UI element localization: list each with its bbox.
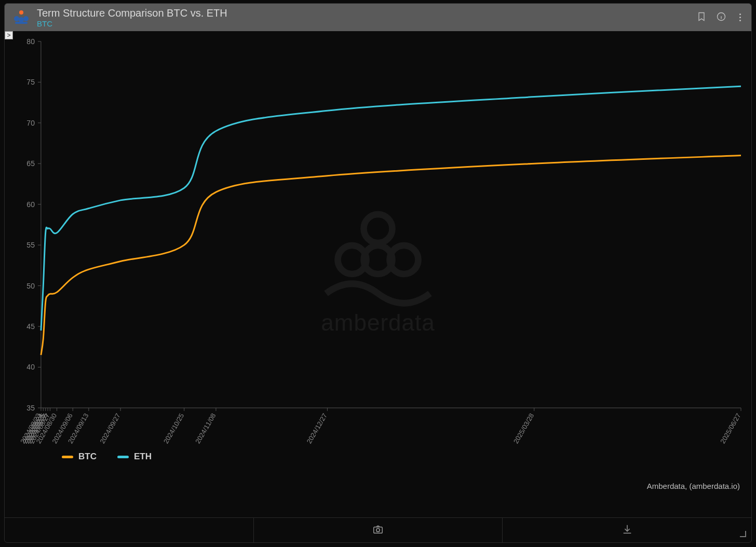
svg-text:40: 40: [26, 363, 35, 371]
download-button[interactable]: [503, 518, 751, 542]
svg-text:2024/10/25: 2024/10/25: [162, 412, 185, 445]
camera-icon: [372, 524, 384, 537]
chart-panel: Term Structure Comparison BTC vs. ETH BT…: [4, 3, 752, 543]
attribution: Amberdata, (amberdata.io): [647, 482, 740, 490]
svg-text:70: 70: [26, 119, 35, 127]
svg-point-0: [19, 10, 23, 15]
line-chart: 35404550556065707580 2024/08/232024/08/2…: [5, 31, 751, 496]
svg-text:60: 60: [26, 200, 35, 209]
panel-title: Term Structure Comparison BTC vs. ETH: [37, 7, 690, 19]
svg-point-63: [376, 528, 380, 531]
svg-text:2025/06/27: 2025/06/27: [719, 412, 742, 445]
legend-item-eth[interactable]: ETH: [117, 452, 152, 462]
svg-rect-62: [374, 527, 383, 533]
svg-text:75: 75: [26, 78, 35, 86]
title-block: Term Structure Comparison BTC vs. ETH BT…: [37, 7, 690, 29]
legend: BTC ETH: [62, 452, 152, 462]
footer-cell-empty: [5, 518, 254, 542]
svg-text:2025/03/28: 2025/03/28: [512, 412, 535, 445]
more-menu-icon[interactable]: [736, 13, 744, 21]
download-icon: [622, 524, 633, 537]
snapshot-button[interactable]: [254, 518, 503, 542]
bookmark-icon[interactable]: [696, 11, 707, 24]
resize-handle-icon[interactable]: [740, 531, 746, 537]
svg-text:65: 65: [26, 159, 35, 168]
svg-rect-4: [15, 22, 28, 24]
series-btc: [41, 156, 741, 355]
panel-subtitle: BTC: [37, 19, 690, 29]
svg-text:45: 45: [26, 322, 35, 331]
panel-header: Term Structure Comparison BTC vs. ETH BT…: [5, 4, 751, 31]
svg-point-2: [19, 17, 24, 22]
header-actions: [696, 11, 744, 24]
plot-area[interactable]: amberdata 35404550556065707580 2024/08/2…: [5, 31, 751, 496]
legend-label-btc: BTC: [78, 452, 97, 462]
legend-label-eth: ETH: [134, 452, 152, 462]
svg-text:2024/09/27: 2024/09/27: [98, 412, 122, 445]
svg-text:2024/12/27: 2024/12/27: [305, 412, 329, 445]
svg-text:80: 80: [26, 37, 35, 46]
svg-text:50: 50: [26, 282, 35, 290]
expand-sidebar-icon[interactable]: >: [5, 31, 13, 39]
svg-text:2024/11/08: 2024/11/08: [194, 412, 217, 445]
panel-footer: [5, 517, 751, 542]
legend-item-btc[interactable]: BTC: [62, 452, 97, 462]
legend-swatch-btc: [62, 456, 73, 458]
svg-text:55: 55: [26, 241, 35, 249]
series-eth: [41, 86, 741, 331]
svg-point-3: [23, 16, 29, 21]
svg-text:35: 35: [26, 404, 35, 412]
expand-glyph: >: [7, 32, 10, 39]
svg-point-1: [14, 16, 19, 21]
brand-logo-icon: [12, 8, 31, 27]
legend-swatch-eth: [117, 456, 129, 458]
info-icon[interactable]: [716, 11, 726, 24]
